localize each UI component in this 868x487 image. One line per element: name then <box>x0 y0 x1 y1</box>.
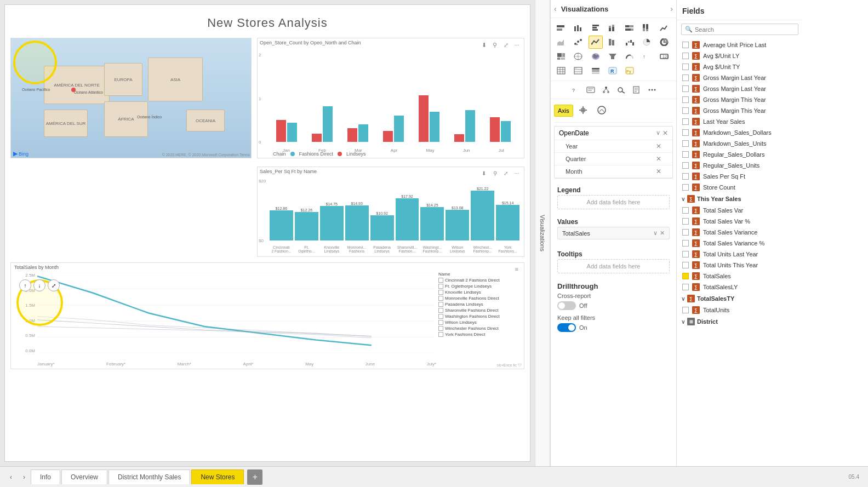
card-vis-icon[interactable]: 123 <box>657 50 671 63</box>
matrix-vis-icon[interactable] <box>571 64 585 77</box>
field-checkbox-sales-sqft[interactable] <box>682 173 689 180</box>
filled-map-vis-icon[interactable] <box>589 50 603 63</box>
opendate-header[interactable]: OpenDate ∨ ✕ <box>555 127 672 140</box>
field-regular-units[interactable]: ∑ Regular_Sales_Units <box>677 160 803 171</box>
100pct-column-vis-icon[interactable] <box>639 21 654 35</box>
field-checkbox-reg-units[interactable] <box>682 162 689 169</box>
opendate-month-remove[interactable]: ✕ <box>656 168 661 175</box>
field-gross-margin-last-1[interactable]: ∑ Gross Margin Last Year <box>677 72 803 83</box>
field-last-year-sales[interactable]: ∑ Last Year Sales <box>677 116 803 127</box>
field-markdown-units[interactable]: ∑ Markdown_Sales_Units <box>677 138 803 149</box>
bar-chart-bottom[interactable]: Sales_Per Sq Ft by Name $20 $0 $12.86 <box>257 167 524 257</box>
line-active-vis-icon[interactable] <box>589 36 603 49</box>
waterfall-vis-icon[interactable] <box>623 36 637 49</box>
field-checkbox-avg-unit-ty[interactable] <box>682 64 689 70</box>
scatter-download-btn[interactable]: ⬇ <box>479 168 489 178</box>
field-totalsalesly[interactable]: ∑ TotalSalesLY <box>677 282 803 293</box>
totalsalesty-group[interactable]: ∨ ∑ TotalSalesTY <box>677 293 803 305</box>
field-checkbox-totalsales[interactable] <box>682 273 689 279</box>
column-vis-icon[interactable] <box>571 21 585 35</box>
field-checkbox-md-units[interactable] <box>682 140 689 147</box>
map-vis-icon[interactable] <box>571 50 585 63</box>
field-total-sales-variance-pct[interactable]: ∑ Total Sales Variance % <box>677 238 803 249</box>
field-totalsales[interactable]: ∑ TotalSales <box>677 271 803 282</box>
field-gross-margin-this-1[interactable]: ∑ Gross Margin This Year <box>677 94 803 105</box>
ctrl-expand[interactable]: ⤢ <box>48 279 60 291</box>
opendate-expand-btn[interactable]: ∨ <box>656 129 660 137</box>
field-total-sales-variance[interactable]: ∑ Total Sales Variance <box>677 227 803 238</box>
opendate-year-remove[interactable]: ✕ <box>656 142 661 150</box>
field-checkbox-avg-unit[interactable] <box>682 42 689 48</box>
legend-add-fields[interactable]: Add data fields here <box>557 195 670 209</box>
tab-district-monthly[interactable]: District Monthly Sales <box>108 469 190 484</box>
field-avg-unit-ly[interactable]: ∑ Avg $/Unit LY <box>677 50 803 61</box>
stacked-bar-vis-icon[interactable] <box>554 21 568 35</box>
add-tab-btn[interactable]: + <box>247 469 262 485</box>
line-chart-controls[interactable]: ↑ ↓ ⤢ <box>19 279 60 291</box>
area-vis-icon[interactable] <box>554 36 568 49</box>
opendate-quarter-remove[interactable]: ✕ <box>656 155 661 163</box>
ribbon-vis-icon[interactable] <box>606 36 620 49</box>
district-group[interactable]: ∨ ⊞ District <box>677 316 803 328</box>
field-total-sales-var[interactable]: ∑ Total Sales Var <box>677 205 803 216</box>
keep-filters-toggle[interactable] <box>557 323 576 332</box>
field-gross-margin-last-2[interactable]: ∑ Gross Margin Last Year <box>677 83 803 94</box>
field-checkbox-gm-this-2[interactable] <box>682 107 689 114</box>
field-gross-margin-this-2[interactable]: ∑ Gross Margin This Year <box>677 105 803 116</box>
tooltips-add-fields[interactable]: Add data fields here <box>557 259 670 273</box>
smart-narrative-icon[interactable] <box>584 83 598 96</box>
paginated-report-icon[interactable] <box>630 83 644 96</box>
more-vis-icon[interactable] <box>645 83 659 96</box>
filters-sidebar[interactable]: Visualizations <box>535 0 550 466</box>
field-checkbox-gm-last-1[interactable] <box>682 75 689 81</box>
tab-new-stores[interactable]: New Stores <box>191 469 244 484</box>
py-vis-icon[interactable]: Py <box>623 64 637 77</box>
value-field-chevron[interactable]: ∨ <box>653 230 658 237</box>
axis-format-btn[interactable]: Axis <box>554 105 573 117</box>
map-section[interactable]: This Year Sales by City and Chain AMÉRIC… <box>10 38 252 158</box>
r-vis-icon[interactable]: R <box>606 64 620 77</box>
field-regular-dollars[interactable]: ∑ Regular_Sales_Dollars <box>677 149 803 160</box>
bar-filter-btn[interactable]: ⚲ <box>490 40 500 50</box>
general-format-btn[interactable] <box>574 102 592 119</box>
field-checkbox-tu-last[interactable] <box>682 251 689 257</box>
stacked-column-vis-icon[interactable] <box>606 21 620 35</box>
key-influencers-icon[interactable] <box>614 83 629 96</box>
field-avg-unit-ty[interactable]: ∑ Avg $/Unit TY <box>677 61 803 72</box>
line-action-btn-1[interactable]: ≡ <box>512 264 522 274</box>
field-sales-per-sqft[interactable]: ∑ Sales Per Sq Ft <box>677 171 803 182</box>
value-field-remove[interactable]: ✕ <box>660 230 665 237</box>
field-checkbox-totalsalesly[interactable] <box>682 284 689 290</box>
field-checkbox-gm-last-2[interactable] <box>682 85 689 92</box>
field-checkbox-totalunits[interactable] <box>682 307 689 313</box>
line-chart[interactable]: TotalSales by Month 2.5M 2.0M 1.5M 1.0M … <box>10 262 524 369</box>
field-checkbox-ts-var[interactable] <box>682 207 689 214</box>
field-totalunits[interactable]: ∑ TotalUnits <box>677 305 803 316</box>
viz-nav-forward[interactable]: › <box>667 0 676 18</box>
field-markdown-dollars[interactable]: ∑ Markdown_Sales_Dollars <box>677 127 803 138</box>
tab-nav-left[interactable]: ‹ <box>4 471 18 484</box>
ctrl-up[interactable]: ↑ <box>19 279 31 291</box>
field-checkbox-ts-variance[interactable] <box>682 229 689 236</box>
fields-search-container[interactable]: 🔍 <box>681 24 798 35</box>
field-total-sales-var-pct[interactable]: ∑ Total Sales Var % <box>677 216 803 227</box>
field-checkbox-tu-this[interactable] <box>682 262 689 268</box>
funnel-vis-icon[interactable] <box>606 50 620 63</box>
scatter-filter-btn[interactable]: ⚲ <box>490 168 500 178</box>
fields-search-input[interactable] <box>695 26 795 33</box>
cross-report-toggle[interactable] <box>557 301 576 310</box>
field-total-units-last-year[interactable]: ∑ Total Units Last Year <box>677 249 803 260</box>
tab-nav-right[interactable]: › <box>18 471 31 484</box>
scatter-more-btn[interactable]: ··· <box>512 168 522 178</box>
bar-more-btn[interactable]: ··· <box>512 40 522 50</box>
scatter-vis-icon[interactable] <box>571 36 585 49</box>
viz-nav-back[interactable]: ‹ <box>551 0 560 18</box>
bar-vis-icon[interactable] <box>589 21 603 35</box>
decomp-tree-icon[interactable] <box>599 83 613 96</box>
table-vis-icon2[interactable] <box>554 64 568 77</box>
slicer-vis-icon[interactable] <box>589 64 603 77</box>
bar-chart-top[interactable]: Open_Store_Count by Opeo_North and Chain… <box>257 38 524 158</box>
analytics-format-btn[interactable] <box>593 102 610 119</box>
qa-vis-icon[interactable]: ? <box>568 83 583 96</box>
field-checkbox-gm-this-1[interactable] <box>682 96 689 103</box>
